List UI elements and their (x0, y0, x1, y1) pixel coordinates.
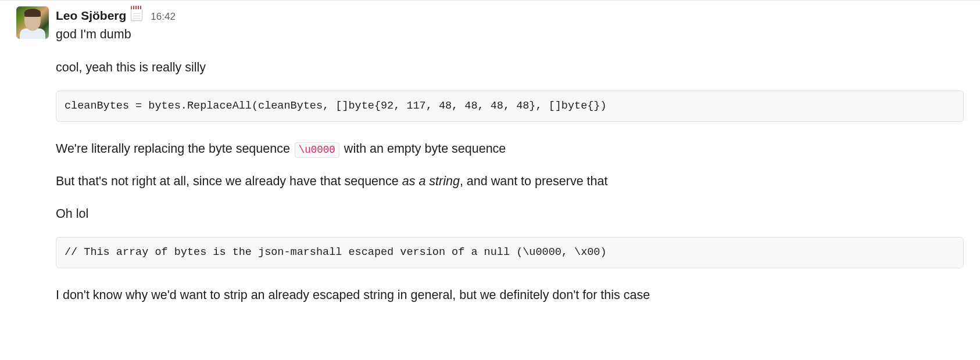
message-timestamp[interactable]: 16:42 (151, 11, 176, 23)
message-text: We're literally replacing the byte seque… (56, 139, 964, 158)
code-block: cleanBytes = bytes.ReplaceAll(cleanBytes… (56, 91, 964, 122)
inline-code: \u0000 (295, 142, 339, 158)
username[interactable]: Leo Sjöberg (56, 7, 126, 24)
avatar-image (16, 6, 49, 39)
message-text: I don't know why we'd want to strip an a… (56, 286, 964, 304)
message-content: Leo Sjöberg 16:42 god I'm dumb cool, yea… (56, 6, 964, 309)
chat-message: Leo Sjöberg 16:42 god I'm dumb cool, yea… (0, 0, 980, 315)
message-text: But that's not right at all, since we al… (56, 172, 964, 190)
message-text: Oh lol (56, 204, 964, 223)
user-avatar[interactable] (16, 6, 49, 309)
text-segment: We're literally replacing the byte seque… (56, 142, 294, 156)
message-header: Leo Sjöberg 16:42 (56, 6, 964, 24)
status-emoji-notepad-icon[interactable] (130, 8, 144, 21)
message-text: cool, yeah this is really silly (56, 58, 964, 77)
message-text: god I'm dumb (56, 25, 964, 44)
code-block: // This array of bytes is the json-marsh… (56, 237, 964, 268)
text-segment: , and want to preserve that (460, 174, 608, 188)
text-emphasis: as a string (402, 174, 460, 188)
text-segment: But that's not right at all, since we al… (56, 174, 402, 188)
text-segment: with an empty byte sequence (341, 142, 506, 156)
